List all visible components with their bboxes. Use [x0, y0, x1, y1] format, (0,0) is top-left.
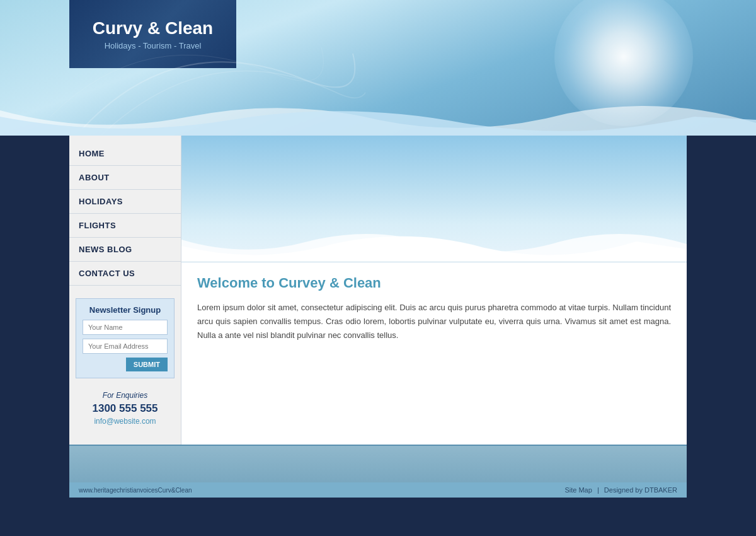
newsletter-title: Newsletter Signup	[83, 305, 168, 315]
enquiries-label: For Enquiries	[76, 391, 175, 400]
nav-item-about[interactable]: ABOUT	[69, 166, 181, 190]
footer-left-text: www.heritagechristianvoicesCurv&Clean	[79, 487, 192, 494]
site-map-link[interactable]: Site Map	[564, 486, 592, 494]
footer-right-text: Site Map | Designed by DTBAKER	[564, 486, 677, 494]
nav-link-home[interactable]: HOME	[69, 142, 181, 165]
welcome-title: Welcome to Curvey & Clean	[197, 275, 671, 291]
nav-link-about[interactable]: ABOUT	[69, 166, 181, 189]
enquiries-phone: 1300 555 555	[76, 402, 175, 415]
footer-separator: |	[597, 486, 599, 494]
nav-menu: HOME ABOUT HOLIDAYS FLIGHTS NEWS BLOG	[69, 136, 181, 286]
header-swirl-decoration	[50, 16, 365, 136]
enquiries-email: info@website.com	[76, 417, 175, 426]
nav-link-news-blog[interactable]: NEWS BLOG	[69, 238, 181, 261]
nav-link-holidays[interactable]: HOLIDAYS	[69, 190, 181, 213]
sidebar: HOME ABOUT HOLIDAYS FLIGHTS NEWS BLOG	[69, 136, 181, 445]
main-content: Welcome to Curvey & Clean Lorem ipsum do…	[181, 136, 687, 445]
newsletter-email-input[interactable]	[83, 339, 168, 354]
welcome-text: Lorem ipsum dolor sit amet, consectetur …	[197, 301, 671, 342]
newsletter-submit-button[interactable]: SUBMIT	[126, 358, 168, 371]
nav-item-flights[interactable]: FLIGHTS	[69, 214, 181, 238]
nav-item-home[interactable]: HOME	[69, 142, 181, 166]
nav-link-contact-us[interactable]: CONTACT US	[69, 262, 181, 285]
nav-link-flights[interactable]: FLIGHTS	[69, 214, 181, 237]
footer: www.heritagechristianvoicesCurv&Clean Si…	[69, 482, 687, 498]
nav-item-news-blog[interactable]: NEWS BLOG	[69, 238, 181, 262]
newsletter-name-input[interactable]	[83, 320, 168, 335]
newsletter-box: Newsletter Signup SUBMIT	[76, 298, 175, 378]
sky-wave-bottom	[0, 104, 756, 136]
content-body: Welcome to Curvey & Clean Lorem ipsum do…	[181, 262, 687, 355]
footer-designed-by: Designed by DTBAKER	[604, 486, 677, 494]
nav-item-contact-us[interactable]: CONTACT US	[69, 262, 181, 286]
content-wave	[181, 230, 687, 262]
enquiries-box: For Enquiries 1300 555 555 info@website.…	[76, 391, 175, 426]
content-header-image	[181, 136, 687, 262]
nav-item-holidays[interactable]: HOLIDAYS	[69, 190, 181, 214]
